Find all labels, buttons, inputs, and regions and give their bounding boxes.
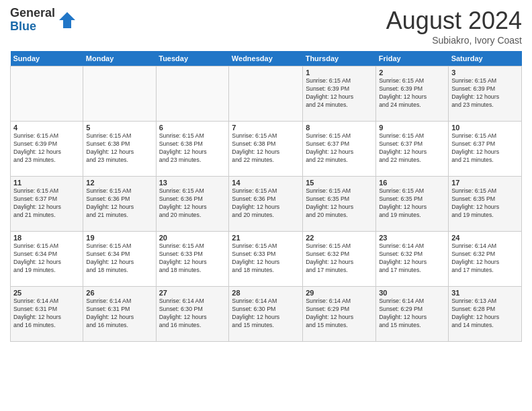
table-row: 15Sunrise: 6:15 AMSunset: 6:35 PMDayligh… [303, 177, 376, 232]
day-info: Sunrise: 6:14 AMSunset: 6:29 PMDaylight:… [306, 298, 373, 330]
table-row: 14Sunrise: 6:15 AMSunset: 6:36 PMDayligh… [229, 177, 303, 232]
table-row [156, 66, 229, 122]
table-row: 27Sunrise: 6:14 AMSunset: 6:30 PMDayligh… [156, 287, 229, 342]
day-number: 7 [232, 124, 300, 132]
day-number: 11 [13, 179, 80, 187]
month-year: August 2024 [386, 7, 522, 35]
day-number: 8 [306, 124, 373, 132]
table-row: 25Sunrise: 6:14 AMSunset: 6:31 PMDayligh… [11, 287, 83, 342]
day-info: Sunrise: 6:14 AMSunset: 6:32 PMDaylight:… [451, 242, 519, 275]
table-row: 3Sunrise: 6:15 AMSunset: 6:39 PMDaylight… [449, 66, 522, 122]
day-number: 12 [86, 179, 152, 187]
day-info: Sunrise: 6:15 AMSunset: 6:38 PMDaylight:… [232, 132, 300, 165]
day-info: Sunrise: 6:15 AMSunset: 6:35 PMDaylight:… [306, 187, 373, 220]
day-info: Sunrise: 6:14 AMSunset: 6:31 PMDaylight:… [86, 298, 152, 330]
table-row: 23Sunrise: 6:14 AMSunset: 6:32 PMDayligh… [376, 232, 449, 287]
header-thursday: Thursday [303, 51, 376, 66]
logo-general: General [10, 7, 55, 20]
table-row: 9Sunrise: 6:15 AMSunset: 6:37 PMDaylight… [376, 122, 449, 177]
day-number: 2 [379, 68, 445, 77]
table-row: 24Sunrise: 6:14 AMSunset: 6:32 PMDayligh… [449, 232, 522, 287]
calendar-week-row: 4Sunrise: 6:15 AMSunset: 6:39 PMDaylight… [11, 122, 522, 177]
table-row: 5Sunrise: 6:15 AMSunset: 6:38 PMDaylight… [83, 122, 156, 177]
table-row: 2Sunrise: 6:15 AMSunset: 6:39 PMDaylight… [376, 66, 449, 122]
table-row: 16Sunrise: 6:15 AMSunset: 6:35 PMDayligh… [376, 177, 449, 232]
day-info: Sunrise: 6:14 AMSunset: 6:32 PMDaylight:… [379, 242, 445, 275]
table-row: 28Sunrise: 6:14 AMSunset: 6:30 PMDayligh… [229, 287, 303, 342]
logo-icon [58, 11, 77, 30]
svg-marker-0 [59, 12, 75, 28]
table-row [229, 66, 303, 122]
day-info: Sunrise: 6:15 AMSunset: 6:35 PMDaylight:… [379, 187, 445, 220]
table-row [11, 66, 83, 122]
day-info: Sunrise: 6:14 AMSunset: 6:30 PMDaylight:… [159, 298, 226, 330]
table-row: 19Sunrise: 6:15 AMSunset: 6:34 PMDayligh… [83, 232, 156, 287]
day-number: 4 [13, 124, 80, 132]
table-row: 26Sunrise: 6:14 AMSunset: 6:31 PMDayligh… [83, 287, 156, 342]
day-number: 28 [232, 289, 300, 297]
day-info: Sunrise: 6:15 AMSunset: 6:37 PMDaylight:… [451, 132, 519, 165]
header-sunday: Sunday [11, 51, 83, 66]
title-block: August 2024 Subiakro, Ivory Coast [386, 7, 522, 46]
table-row: 18Sunrise: 6:15 AMSunset: 6:34 PMDayligh… [11, 232, 83, 287]
table-row: 8Sunrise: 6:15 AMSunset: 6:37 PMDaylight… [303, 122, 376, 177]
day-number: 26 [86, 289, 152, 297]
day-number: 5 [86, 124, 152, 132]
logo: General Blue [10, 7, 77, 34]
day-number: 31 [451, 289, 519, 297]
day-number: 13 [159, 179, 226, 187]
calendar-week-row: 11Sunrise: 6:15 AMSunset: 6:37 PMDayligh… [11, 177, 522, 232]
day-info: Sunrise: 6:14 AMSunset: 6:31 PMDaylight:… [13, 298, 80, 330]
day-number: 25 [13, 289, 80, 297]
day-info: Sunrise: 6:15 AMSunset: 6:39 PMDaylight:… [451, 77, 519, 109]
day-number: 6 [159, 124, 226, 132]
day-number: 22 [306, 234, 373, 242]
table-row: 29Sunrise: 6:14 AMSunset: 6:29 PMDayligh… [303, 287, 376, 342]
day-number: 10 [451, 124, 519, 132]
day-number: 9 [379, 124, 445, 132]
calendar-week-row: 25Sunrise: 6:14 AMSunset: 6:31 PMDayligh… [11, 287, 522, 342]
day-number: 20 [159, 234, 226, 242]
table-row: 13Sunrise: 6:15 AMSunset: 6:36 PMDayligh… [156, 177, 229, 232]
table-row: 6Sunrise: 6:15 AMSunset: 6:38 PMDaylight… [156, 122, 229, 177]
page-header: General Blue August 2024 Subiakro, Ivory… [10, 7, 522, 46]
calendar-week-row: 1Sunrise: 6:15 AMSunset: 6:39 PMDaylight… [11, 66, 522, 122]
location: Subiakro, Ivory Coast [386, 35, 522, 46]
table-row [83, 66, 156, 122]
table-row: 21Sunrise: 6:15 AMSunset: 6:33 PMDayligh… [229, 232, 303, 287]
table-row: 20Sunrise: 6:15 AMSunset: 6:33 PMDayligh… [156, 232, 229, 287]
day-info: Sunrise: 6:15 AMSunset: 6:37 PMDaylight:… [306, 132, 373, 165]
header-wednesday: Wednesday [229, 51, 303, 66]
table-row: 12Sunrise: 6:15 AMSunset: 6:36 PMDayligh… [83, 177, 156, 232]
day-info: Sunrise: 6:15 AMSunset: 6:39 PMDaylight:… [379, 77, 445, 109]
day-number: 29 [306, 289, 373, 297]
day-number: 1 [306, 68, 373, 77]
day-info: Sunrise: 6:15 AMSunset: 6:36 PMDaylight:… [159, 187, 226, 220]
table-row: 31Sunrise: 6:13 AMSunset: 6:28 PMDayligh… [449, 287, 522, 342]
table-row: 11Sunrise: 6:15 AMSunset: 6:37 PMDayligh… [11, 177, 83, 232]
day-info: Sunrise: 6:15 AMSunset: 6:37 PMDaylight:… [13, 187, 80, 220]
table-row: 30Sunrise: 6:14 AMSunset: 6:29 PMDayligh… [376, 287, 449, 342]
day-info: Sunrise: 6:14 AMSunset: 6:29 PMDaylight:… [379, 298, 445, 330]
day-info: Sunrise: 6:15 AMSunset: 6:38 PMDaylight:… [86, 132, 152, 165]
header-friday: Friday [376, 51, 449, 66]
day-info: Sunrise: 6:15 AMSunset: 6:36 PMDaylight:… [232, 187, 300, 220]
day-info: Sunrise: 6:15 AMSunset: 6:38 PMDaylight:… [159, 132, 226, 165]
table-row: 17Sunrise: 6:15 AMSunset: 6:35 PMDayligh… [449, 177, 522, 232]
day-number: 14 [232, 179, 300, 187]
day-info: Sunrise: 6:15 AMSunset: 6:34 PMDaylight:… [13, 242, 80, 275]
day-info: Sunrise: 6:14 AMSunset: 6:30 PMDaylight:… [232, 298, 300, 330]
weekday-header-row: Sunday Monday Tuesday Wednesday Thursday… [11, 51, 522, 66]
day-info: Sunrise: 6:15 AMSunset: 6:37 PMDaylight:… [379, 132, 445, 165]
day-info: Sunrise: 6:15 AMSunset: 6:35 PMDaylight:… [451, 187, 519, 220]
day-info: Sunrise: 6:15 AMSunset: 6:33 PMDaylight:… [232, 242, 300, 275]
day-number: 30 [379, 289, 445, 297]
day-number: 21 [232, 234, 300, 242]
table-row: 10Sunrise: 6:15 AMSunset: 6:37 PMDayligh… [449, 122, 522, 177]
day-number: 19 [86, 234, 152, 242]
logo-blue: Blue [10, 20, 55, 34]
table-row: 1Sunrise: 6:15 AMSunset: 6:39 PMDaylight… [303, 66, 376, 122]
day-info: Sunrise: 6:15 AMSunset: 6:36 PMDaylight:… [86, 187, 152, 220]
day-number: 3 [451, 68, 519, 77]
logo-text: General Blue [10, 7, 55, 34]
